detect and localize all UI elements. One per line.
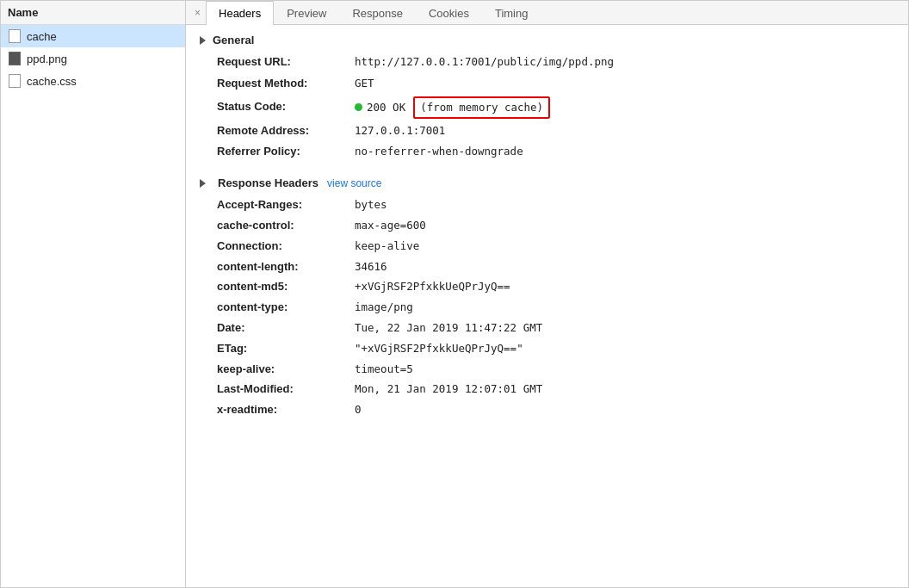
resp-key: keep-alive: [217, 361, 355, 379]
file-name: cache.css [27, 75, 77, 88]
general-title-text: General [213, 34, 254, 46]
tab-cookies[interactable]: Cookies [416, 1, 482, 25]
response-header-row: ETag:"+xVGjRSF2PfxkkUeQPrJyQ==" [200, 340, 894, 358]
general-section-title: General [200, 34, 894, 46]
resp-value: image/png [355, 299, 413, 317]
file-name: ppd.png [27, 53, 67, 65]
tab-timing[interactable]: Timing [482, 1, 541, 25]
triangle-icon-2 [200, 179, 206, 188]
response-headers-title: Response Headers view source [200, 176, 894, 189]
status-code-value: 200 OK (from memory cache) [355, 96, 550, 119]
status-code-key: Status Code: [217, 98, 355, 116]
right-panel: × HeadersPreviewResponseCookiesTiming Ge… [186, 1, 908, 587]
memory-cache-badge: (from memory cache) [413, 96, 550, 119]
response-header-row: cache-control:max-age=600 [200, 217, 894, 235]
page-file-icon [8, 29, 22, 43]
resp-key: content-md5: [217, 278, 355, 296]
response-header-row: Date:Tue, 22 Jan 2019 11:47:22 GMT [200, 319, 894, 337]
response-header-row: x-readtime:0 [200, 401, 894, 419]
file-item[interactable]: cache.css [1, 70, 185, 92]
response-header-row: content-md5:+xVGjRSF2PfxkkUeQPrJyQ== [200, 278, 894, 296]
resp-key: Connection: [217, 238, 355, 256]
resp-value: Tue, 22 Jan 2019 11:47:22 GMT [355, 319, 542, 337]
file-name: cache [27, 30, 57, 43]
header-value: http://127.0.0.1:7001/public/img/ppd.png [355, 53, 614, 71]
file-item[interactable]: cache [1, 25, 185, 47]
status-code-row: Status Code: 200 OK (from memory cache) [200, 96, 894, 119]
response-header-row: Accept-Ranges:bytes [200, 196, 894, 214]
image-file-icon [8, 52, 22, 65]
triangle-icon [200, 36, 206, 45]
response-header-row: keep-alive:timeout=5 [200, 361, 894, 379]
general-header-row: Request URL:http://127.0.0.1:7001/public… [200, 53, 894, 71]
resp-value: timeout=5 [355, 361, 413, 379]
general-section: General Request URL:http://127.0.0.1:700… [200, 34, 894, 161]
general-header-row: Request Method:GET [200, 75, 894, 93]
header-value: no-referrer-when-downgrade [355, 143, 523, 161]
resp-value: bytes [355, 196, 387, 214]
tab-preview[interactable]: Preview [274, 1, 339, 25]
header-key: Referrer Policy: [217, 143, 355, 161]
file-list: cacheppd.pngcache.css [1, 25, 185, 92]
header-value: GET [355, 75, 374, 93]
resp-key: cache-control: [217, 217, 355, 235]
header-value: 127.0.0.1:7001 [355, 122, 445, 140]
header-key: Request Method: [217, 75, 355, 93]
resp-value: max-age=600 [355, 217, 426, 235]
resp-key: ETag: [217, 340, 355, 358]
resp-key: Last-Modified: [217, 381, 355, 399]
resp-key: content-type: [217, 299, 355, 317]
name-column-header: Name [1, 1, 185, 25]
resp-key: Accept-Ranges: [217, 196, 355, 214]
response-headers-title-text: Response Headers [218, 176, 318, 189]
general-header-row: Remote Address:127.0.0.1:7001 [200, 122, 894, 140]
left-panel: Name cacheppd.pngcache.css [1, 1, 186, 587]
response-header-row: content-length:34616 [200, 258, 894, 276]
green-status-dot [355, 103, 362, 111]
resp-value: Mon, 21 Jan 2019 12:07:01 GMT [355, 381, 542, 399]
header-key: Remote Address: [217, 122, 355, 140]
tabs-bar: × HeadersPreviewResponseCookiesTiming [186, 1, 908, 25]
resp-value: "+xVGjRSF2PfxkkUeQPrJyQ==" [355, 340, 523, 358]
view-source-link[interactable]: view source [327, 177, 381, 189]
resp-value: keep-alive [355, 238, 419, 256]
content-area: General Request URL:http://127.0.0.1:700… [186, 25, 908, 587]
tab-close-button[interactable]: × [189, 3, 206, 22]
general-header-row: Referrer Policy:no-referrer-when-downgra… [200, 143, 894, 161]
response-header-rows: Accept-Ranges:bytescache-control:max-age… [200, 196, 894, 419]
file-item[interactable]: ppd.png [1, 47, 185, 70]
response-header-row: Last-Modified:Mon, 21 Jan 2019 12:07:01 … [200, 381, 894, 399]
resp-value: 34616 [355, 258, 387, 276]
general-rows2: Remote Address:127.0.0.1:7001Referrer Po… [200, 122, 894, 162]
response-header-row: Connection:keep-alive [200, 238, 894, 256]
status-code-text: 200 OK [367, 99, 405, 116]
resp-value: 0 [355, 401, 362, 419]
page-file-icon [8, 74, 22, 88]
tab-headers[interactable]: Headers [206, 1, 274, 25]
response-header-row: content-type:image/png [200, 299, 894, 317]
general-rows: Request URL:http://127.0.0.1:7001/public… [200, 53, 894, 93]
response-headers-section: Response Headers view source Accept-Rang… [200, 176, 894, 419]
resp-key: content-length: [217, 258, 355, 276]
header-key: Request URL: [217, 53, 355, 71]
resp-key: Date: [217, 319, 355, 337]
resp-key: x-readtime: [217, 401, 355, 419]
tab-response[interactable]: Response [339, 1, 416, 25]
resp-value: +xVGjRSF2PfxkkUeQPrJyQ== [355, 278, 510, 296]
